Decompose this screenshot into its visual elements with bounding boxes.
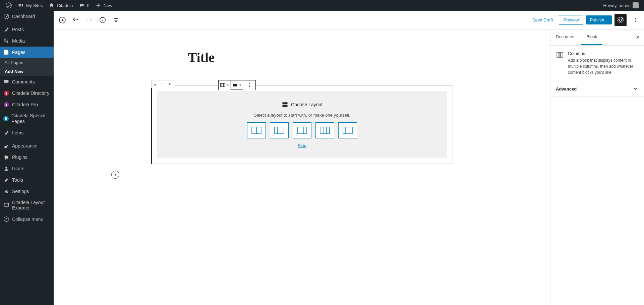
sidebar-item-citadela-pro[interactable]: ◗Citadela Pro	[0, 99, 54, 110]
settings-button[interactable]	[614, 14, 627, 26]
settings-icon	[3, 188, 9, 194]
sidebar-item-pages[interactable]: Pages	[0, 47, 54, 58]
sidebar-item-media[interactable]: Media	[0, 35, 54, 47]
svg-rect-34	[557, 53, 559, 57]
layout-50-50[interactable]	[247, 122, 266, 138]
insert-block-button[interactable]: +	[111, 171, 119, 179]
preview-button[interactable]: Preview	[559, 15, 583, 25]
layout-25-50-25[interactable]	[338, 122, 357, 138]
plugin-icon	[3, 154, 9, 160]
advanced-label: Advanced	[556, 86, 577, 92]
comments-link[interactable]: 0	[76, 0, 92, 11]
block-toolbar: ▼ ▼	[218, 80, 256, 90]
user-icon	[3, 166, 9, 172]
layout-icon	[282, 101, 288, 108]
media-icon	[3, 38, 9, 44]
block-more-button[interactable]	[243, 80, 255, 90]
svg-point-9	[635, 18, 636, 19]
close-inspector-button[interactable]: ✕	[632, 29, 644, 45]
export-icon	[3, 202, 9, 208]
save-draft-button[interactable]: Save Draft	[529, 15, 556, 24]
sub-item-add-new[interactable]: Add New	[0, 67, 54, 76]
tools-icon	[3, 177, 9, 183]
sidebar-collapse[interactable]: Collapse menu	[0, 213, 54, 225]
skip-link[interactable]: Skip	[298, 143, 306, 148]
sidebar-item-appearance[interactable]: Appearance	[0, 140, 54, 151]
my-sites-label: My Sites	[26, 3, 43, 8]
admin-sidebar: Dashboard Posts Media Pages All Pages Ad…	[0, 11, 54, 305]
svg-rect-26	[297, 127, 307, 134]
svg-rect-21	[282, 105, 287, 107]
layout-options	[247, 122, 357, 138]
svg-point-17	[249, 85, 249, 85]
drag-handle[interactable]: ⠿	[159, 80, 166, 88]
sidebar-item-citadela-directory[interactable]: ◗Citadela Directory	[0, 87, 54, 99]
undo-button[interactable]	[70, 14, 82, 26]
inspector-tabs: Document Block ✕	[550, 29, 644, 46]
pages-submenu: All Pages Add New	[0, 58, 54, 76]
tab-document[interactable]: Document	[550, 29, 581, 45]
plus-icon	[95, 2, 102, 9]
collapse-icon	[3, 216, 9, 222]
howdy-text: Howdy, admin	[603, 3, 631, 8]
svg-point-18	[249, 86, 249, 87]
admin-multisite-icon	[17, 2, 24, 9]
sidebar-item-items[interactable]: Items	[0, 127, 54, 138]
svg-rect-20	[285, 102, 288, 104]
outline-button[interactable]	[110, 14, 122, 26]
comment-icon	[78, 2, 85, 9]
citadela-pro-icon: ◗	[3, 102, 9, 108]
columns-icon	[556, 51, 564, 75]
block-name: Columns	[568, 51, 639, 56]
move-down-button[interactable]: ▼	[166, 80, 174, 88]
inspector-panel: Document Block ✕ Columns Add a block tha…	[550, 29, 644, 305]
svg-rect-19	[282, 102, 285, 104]
sidebar-item-comments[interactable]: Comments	[0, 76, 54, 87]
chevron-down-icon	[633, 86, 639, 92]
comments-count: 0	[87, 3, 90, 8]
sidebar-item-citadela-exporter[interactable]: Citadela Layout Exporter	[0, 197, 54, 214]
layout-66-33[interactable]	[293, 122, 311, 138]
layout-33-33-33[interactable]	[315, 122, 334, 138]
layout-33-66[interactable]	[270, 122, 289, 138]
columns-block[interactable]: Choose Layout Select a layout to start w…	[151, 85, 453, 164]
pin-icon	[3, 26, 9, 33]
svg-rect-36	[561, 53, 563, 57]
my-sites-link[interactable]: My Sites	[15, 0, 46, 11]
add-block-button[interactable]	[56, 14, 68, 26]
new-content-link[interactable]: New	[92, 0, 115, 11]
align-button[interactable]: ▼	[231, 81, 243, 89]
advanced-panel[interactable]: Advanced	[550, 81, 644, 97]
move-up-button[interactable]: ▲	[152, 80, 159, 88]
editor-canvas[interactable]: ▲ ⠿ ▼ ▼ ▼ Choose Layout Select a layout …	[54, 29, 550, 305]
block-description: Add a block that displays content in mul…	[568, 57, 639, 75]
more-menu-button[interactable]	[629, 14, 641, 26]
publish-button[interactable]: Publish...	[586, 15, 612, 24]
info-button[interactable]	[97, 14, 109, 26]
wp-logo[interactable]	[3, 0, 15, 11]
avatar	[633, 2, 639, 8]
sidebar-item-users[interactable]: Users	[0, 163, 54, 174]
svg-point-11	[635, 21, 636, 22]
svg-rect-28	[320, 127, 330, 134]
sidebar-item-posts[interactable]: Posts	[0, 24, 54, 35]
sidebar-item-tools[interactable]: Tools	[0, 174, 54, 186]
redo-button[interactable]	[83, 14, 95, 26]
sidebar-item-dashboard[interactable]: Dashboard	[0, 11, 54, 22]
tab-block[interactable]: Block	[581, 29, 602, 45]
block-type-button[interactable]: ▼	[219, 80, 231, 90]
dashboard-icon	[3, 13, 9, 19]
placeholder-description: Select a layout to start with, or make o…	[254, 113, 350, 118]
block-movers: ▲ ⠿ ▼	[151, 80, 174, 88]
sidebar-item-citadela-special[interactable]: ◗Citadela Special Pages	[0, 110, 54, 127]
sidebar-item-settings[interactable]: Settings	[0, 186, 54, 197]
post-title-input[interactable]	[188, 50, 416, 65]
home-icon	[48, 2, 55, 9]
site-name-link[interactable]: Citadela	[46, 0, 76, 11]
sub-item-all-pages[interactable]: All Pages	[0, 58, 54, 67]
comments-icon	[3, 79, 9, 85]
account-link[interactable]: Howdy, admin	[601, 0, 641, 11]
svg-rect-14	[224, 83, 225, 87]
svg-rect-24	[275, 127, 284, 134]
sidebar-item-plugins[interactable]: Plugins	[0, 151, 54, 163]
